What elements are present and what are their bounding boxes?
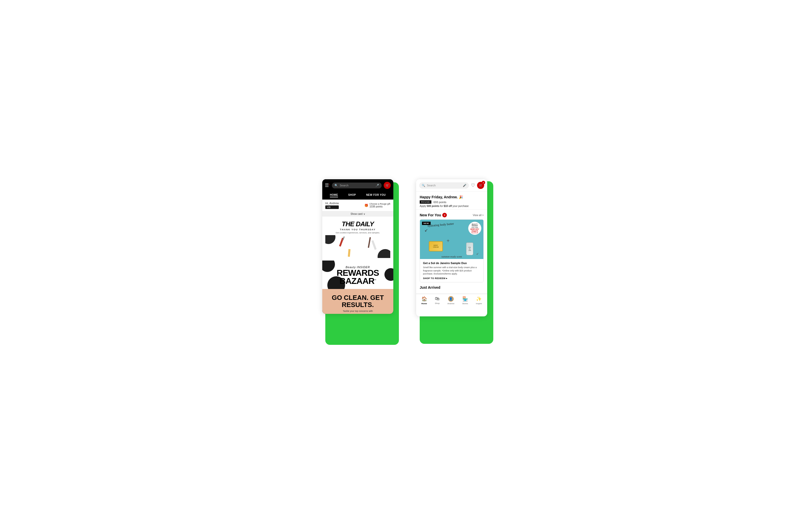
heart-icon[interactable]: ♡ [471, 183, 475, 188]
badge-free: FREE* [472, 230, 478, 233]
before-search-text: Search [340, 184, 374, 187]
coveted-text: Get coveted experiences, services, and s… [325, 232, 390, 234]
thursday-subtitle: THANK YOU THURSDAY [325, 228, 390, 231]
rouge-points: 693 points [433, 200, 446, 203]
trademark-symbol: ™ [374, 279, 376, 281]
new-for-you-title: New For You 2 [420, 213, 447, 217]
nav-new-for-you[interactable]: NEW FOR YOU [366, 193, 386, 197]
go-clean-section: GO CLEAN. GET RESULTS. Tackle your top c… [322, 289, 393, 314]
happy-friday-text: Happy Friday, Andrew. [420, 195, 458, 199]
nav-shop-after[interactable]: 🛍 Shop [435, 296, 440, 305]
product-image-area: NEW hydrating body butter ↙ BEAUTY INSID… [420, 220, 484, 259]
before-phone-frame: ☰2 🔍 Search 🎤 🛒 HOME SHOP [322, 179, 393, 314]
before-greeting: Hi, Andrew VIB 🎁 Choose a Rouge gift 103… [322, 199, 393, 211]
just-arrived-section: Just Arrived [416, 282, 487, 294]
after-search-text: Search [427, 184, 461, 187]
nav-andrew-after[interactable]: 👤 Andrew [447, 296, 454, 305]
stores-nav-label: Stores [462, 302, 468, 305]
rewards-section: Beauty INSIDER REWARDS BAZAAR™ [322, 261, 393, 289]
new-for-you-header: New For You 2 View all > [416, 210, 487, 219]
product-info: Get a Sol de Janeiro Sample Duo Smell li… [420, 259, 484, 282]
shop-nav-label: Shop [435, 302, 440, 304]
nav-home[interactable]: HOME [330, 193, 338, 197]
before-header: ☰2 🔍 Search 🎤 🛒 [322, 179, 393, 191]
party-emoji: 🎉 [459, 195, 463, 199]
show-card-button[interactable]: Show card ∨ [322, 211, 393, 217]
vib-badge: VIB [325, 206, 339, 209]
after-header: 🔍 Search 🎤 ♡ 🛒 2 [416, 179, 487, 192]
shop-to-redeem-button[interactable]: SHOP TO REDEEM ▸ [423, 277, 480, 279]
daily-title: THE DAILY [325, 221, 390, 227]
after-phone-frame: 🔍 Search 🎤 ♡ 🛒 2 Happy Friday [416, 179, 487, 317]
view-all-link[interactable]: View all > [473, 214, 484, 217]
chevron-down-icon: ∨ [364, 213, 365, 215]
hamburger-icon[interactable]: ☰2 [325, 183, 330, 188]
cart-icon-after[interactable]: 🛒 2 [477, 182, 484, 189]
nav-shop[interactable]: SHOP [348, 193, 356, 197]
mic-icon[interactable]: 🎤 [376, 184, 379, 187]
badge-code: BODYJOY [470, 228, 479, 230]
inspire-nav-label: Inspire [476, 302, 482, 305]
nav-home-after[interactable]: 🏠 Home [421, 296, 427, 305]
daily-section: THE DAILY THANK YOU THURSDAY Get coveted… [322, 217, 393, 261]
search-icon: 🔍 [335, 184, 338, 187]
product-description: Smell like summer with a trial-size body… [423, 266, 480, 275]
after-phone-outer: 🔍 Search 🎤 ♡ 🛒 2 Happy Friday [416, 179, 490, 317]
after-section: 🔍 Search 🎤 ♡ 🛒 2 Happy Friday [416, 179, 490, 338]
handwriting-text: hydrating body butter [428, 222, 454, 227]
apply-points-text: Apply 500 points for $10 off your purcha… [420, 205, 484, 208]
profile-nav-icon: 👤 [448, 296, 454, 302]
tackle-text: Tackle your top concerns with [326, 310, 389, 312]
before-search-bar[interactable]: 🔍 Search 🎤 [332, 183, 382, 188]
greeting-text: Hi, Andrew [325, 201, 339, 205]
cart-icon-before[interactable]: 🛒 [384, 182, 391, 189]
after-greeting-section: Happy Friday, Andrew. 🎉 ROUGE 693 points… [416, 192, 487, 210]
mic-icon-after[interactable]: 🎤 [463, 184, 466, 187]
just-arrived-title: Just Arrived [420, 285, 484, 290]
nav-inspire-after[interactable]: ✨ Inspire [476, 296, 482, 305]
before-nav: HOME SHOP NEW FOR YOU [322, 191, 393, 199]
nav-stores-after[interactable]: 🏪 Stores [462, 296, 468, 305]
inspire-nav-icon: ✨ [476, 296, 482, 302]
rouge-badge: ROUGE [420, 200, 431, 203]
before-section: ☰2 🔍 Search 🎤 🛒 HOME SHOP [322, 179, 396, 335]
shop-nav-icon: 🛍 [435, 296, 439, 301]
stores-nav-icon: 🏪 [462, 296, 468, 302]
cart-badge: 2 [482, 181, 485, 184]
bottom-nav: 🏠 Home 🛍 Shop 👤 Andrew 🏪 [416, 294, 487, 307]
show-card-text: Show card [350, 213, 362, 215]
badge-title: BEAUTY INSIDER [469, 223, 480, 226]
before-phone-outer: ☰2 🔍 Search 🎤 🛒 HOME SHOP [322, 179, 396, 314]
search-icon-after: 🔍 [422, 184, 425, 187]
profile-nav-label: Andrew [447, 302, 454, 305]
rewards-bazaar-title: REWARDS BAZAAR™ [325, 269, 391, 285]
go-clean-title: GO CLEAN. GET RESULTS. [326, 294, 389, 308]
plus-sign: + [446, 238, 450, 244]
rouge-gift-text[interactable]: Choose a Rouge gift [370, 202, 390, 205]
gift-icon: 🎁 [365, 203, 368, 207]
points-text-before: 1038 points [370, 205, 390, 208]
home-nav-icon: 🏠 [422, 296, 427, 302]
after-search-bar[interactable]: 🔍 Search 🎤 [419, 182, 469, 189]
new-count-badge: 2 [442, 213, 447, 217]
summer-text: summer-ready scent [441, 255, 462, 258]
product-title: Get a Sol de Janeiro Sample Duo [423, 262, 480, 265]
home-nav-label: Home [421, 302, 427, 305]
beauty-insider-badge: BEAUTY INSIDER USE CODE BODYJOY FREE* [468, 222, 481, 235]
product-card: NEW hydrating body butter ↙ BEAUTY INSID… [420, 219, 484, 282]
